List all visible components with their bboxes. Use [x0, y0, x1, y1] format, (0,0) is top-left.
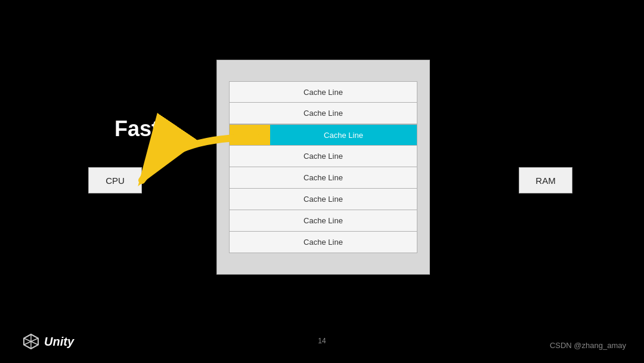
cache-line-row: Cache Line [229, 146, 417, 167]
cache-line-label: Cache Line [230, 88, 417, 97]
unity-icon [23, 333, 39, 350]
cache-panel: Cache Line Cache Line Cache Line Cache L… [216, 60, 430, 275]
cyan-block: Cache Line [270, 125, 417, 145]
cache-line-label: Cache Line [230, 173, 417, 182]
cache-line-row: Cache Line [229, 167, 417, 189]
yellow-block [230, 125, 270, 145]
page-number: 14 [318, 337, 326, 345]
cache-line-row-highlighted: Cache Line [229, 124, 417, 146]
cache-line-row: Cache Line [229, 210, 417, 232]
cache-line-label: Cache Line [230, 195, 417, 204]
cpu-box: CPU [88, 167, 142, 193]
cache-line-label: Cache Line [230, 152, 417, 161]
ram-box: RAM [519, 167, 572, 193]
cache-line-row: Cache Line [229, 232, 417, 253]
cache-line-label: Cache Line [230, 238, 417, 247]
unity-logo: Unity [23, 333, 74, 350]
csdn-credit: CSDN @zhang_amay [550, 341, 626, 350]
cache-line-label-highlighted: Cache Line [270, 131, 417, 140]
cpu-label: CPU [106, 176, 125, 186]
cache-line-row: Cache Line [229, 81, 417, 103]
cache-line-label: Cache Line [230, 109, 417, 118]
cache-line-row: Cache Line [229, 103, 417, 124]
ram-label: RAM [535, 176, 555, 186]
unity-text: Unity [44, 335, 74, 349]
fast-label: Fast [114, 116, 159, 141]
cache-line-row: Cache Line [229, 189, 417, 210]
cache-line-label: Cache Line [230, 216, 417, 225]
